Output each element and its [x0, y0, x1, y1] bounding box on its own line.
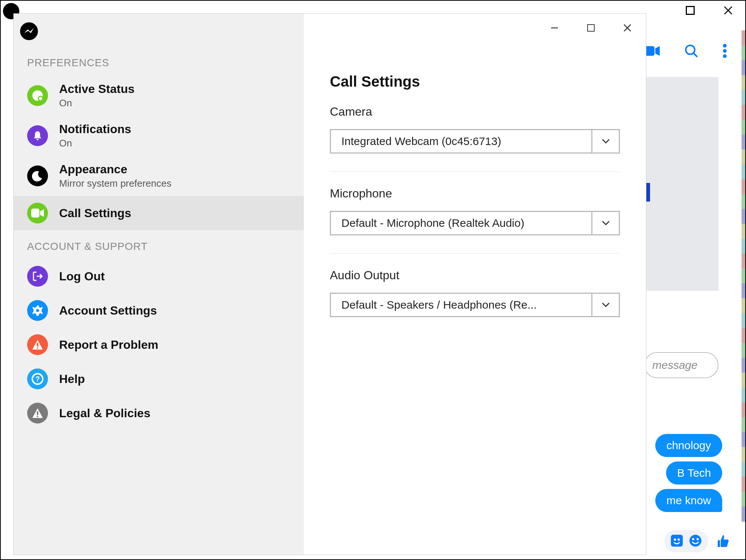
- video-call-icon[interactable]: [645, 45, 660, 58]
- right-edge-strip: [742, 30, 745, 522]
- composer-actions: [664, 530, 730, 553]
- active-status-icon: [27, 85, 48, 106]
- svg-rect-14: [31, 209, 39, 218]
- nav-title: Account Settings: [59, 304, 157, 318]
- nav-title: Legal & Policies: [59, 406, 150, 420]
- nav-account-settings[interactable]: Account Settings: [14, 293, 304, 328]
- svg-point-10: [697, 538, 699, 540]
- dialog-close-button[interactable]: [622, 23, 633, 33]
- svg-rect-20: [37, 411, 38, 415]
- microphone-select[interactable]: Default - Microphone (Realtek Audio): [330, 211, 620, 235]
- preferences-sidebar: PREFERENCES Active Status On Notificatio…: [14, 14, 304, 555]
- sticker-icon[interactable]: [670, 534, 684, 549]
- logout-icon: [27, 266, 48, 287]
- svg-rect-0: [645, 46, 655, 56]
- nav-title: Call Settings: [59, 206, 131, 220]
- nav-title: Active Status: [59, 82, 135, 96]
- svg-text:?: ?: [35, 375, 40, 383]
- nav-title: Log Out: [59, 270, 105, 283]
- svg-point-4: [723, 54, 727, 58]
- svg-point-2: [723, 44, 727, 48]
- microphone-field-group: Microphone Default - Microphone (Realtek…: [330, 187, 620, 254]
- chevron-down-icon: [591, 294, 619, 316]
- svg-point-1: [686, 45, 695, 54]
- more-options-icon[interactable]: [723, 44, 727, 59]
- message-input[interactable]: message: [644, 352, 718, 378]
- moon-icon: [27, 165, 48, 186]
- nav-subtitle: Mirror system preferences: [59, 178, 171, 189]
- nav-active-status[interactable]: Active Status On: [14, 75, 304, 116]
- chevron-down-icon: [591, 130, 619, 152]
- info-panel-bg: [644, 77, 718, 291]
- bell-icon: [27, 125, 48, 146]
- dialog-minimize-button[interactable]: [549, 23, 560, 33]
- chat-bubble[interactable]: me know: [655, 489, 722, 512]
- content-title: Call Settings: [330, 73, 620, 90]
- audio-output-select-value: Default - Speakers / Headphones (Re...: [331, 299, 537, 311]
- svg-point-15: [36, 309, 39, 312]
- main-maximize-button[interactable]: [684, 4, 696, 16]
- nav-title: Notifications: [59, 122, 131, 136]
- nav-title: Appearance: [59, 162, 171, 176]
- chevron-down-icon: [591, 212, 619, 234]
- nav-title: Report a Problem: [59, 338, 158, 352]
- chat-bubbles: chnology B Tech me know: [655, 434, 722, 516]
- warning-icon: [27, 403, 48, 424]
- conversation-header-icons: [645, 44, 727, 60]
- svg-rect-5: [671, 535, 683, 547]
- main-close-button[interactable]: [722, 4, 734, 16]
- preferences-content: Call Settings Camera Integrated Webcam (…: [304, 14, 646, 555]
- emoji-icon[interactable]: [689, 534, 702, 549]
- nav-subtitle: On: [59, 138, 131, 149]
- svg-point-9: [692, 538, 694, 540]
- svg-rect-16: [37, 343, 38, 347]
- sticker-emoji-pill: [664, 530, 708, 553]
- chat-bubble[interactable]: B Tech: [666, 461, 722, 485]
- camera-select-value: Integrated Webcam (0c45:6713): [331, 135, 501, 148]
- nav-help[interactable]: ? Help: [14, 362, 304, 396]
- camera-field-group: Camera Integrated Webcam (0c45:6713): [330, 105, 620, 172]
- microphone-label: Microphone: [330, 187, 620, 200]
- nav-report-problem[interactable]: Report a Problem: [14, 328, 304, 362]
- video-icon: [27, 203, 48, 223]
- svg-point-21: [37, 416, 38, 417]
- nav-legal-policies[interactable]: Legal & Policies: [14, 396, 304, 430]
- audio-output-label: Audio Output: [330, 268, 620, 282]
- nav-notifications[interactable]: Notifications On: [14, 116, 304, 156]
- svg-point-8: [689, 535, 701, 547]
- camera-select[interactable]: Integrated Webcam (0c45:6713): [330, 129, 620, 154]
- audio-output-field-group: Audio Output Default - Speakers / Headph…: [330, 268, 620, 335]
- message-input-placeholder: message: [652, 359, 698, 371]
- section-preferences-header: PREFERENCES: [14, 20, 304, 75]
- help-icon: ?: [27, 368, 48, 389]
- svg-point-3: [723, 49, 727, 53]
- gear-icon: [27, 300, 48, 321]
- messenger-logo-icon: [20, 22, 38, 42]
- main-window-controls: [684, 4, 734, 16]
- like-icon[interactable]: [715, 533, 730, 550]
- svg-point-7: [678, 538, 680, 541]
- search-icon[interactable]: [684, 44, 699, 60]
- nav-call-settings[interactable]: Call Settings: [14, 196, 304, 230]
- section-account-header: ACCOUNT & SUPPORT: [14, 230, 304, 259]
- svg-point-6: [674, 538, 676, 541]
- microphone-select-value: Default - Microphone (Realtek Audio): [331, 217, 524, 229]
- dialog-maximize-button[interactable]: [586, 23, 596, 33]
- nav-subtitle: On: [59, 97, 135, 109]
- svg-point-17: [37, 347, 38, 349]
- chat-bubble[interactable]: chnology: [655, 434, 722, 457]
- nav-title: Help: [59, 372, 85, 386]
- nav-logout[interactable]: Log Out: [14, 259, 304, 293]
- preferences-dialog: PREFERENCES Active Status On Notificatio…: [14, 14, 646, 555]
- svg-point-13: [38, 96, 43, 101]
- nav-appearance[interactable]: Appearance Mirror system preferences: [14, 156, 304, 196]
- audio-output-select[interactable]: Default - Speakers / Headphones (Re...: [330, 293, 620, 317]
- camera-label: Camera: [330, 105, 620, 119]
- dialog-window-controls: [549, 23, 633, 33]
- warning-icon: [27, 334, 48, 355]
